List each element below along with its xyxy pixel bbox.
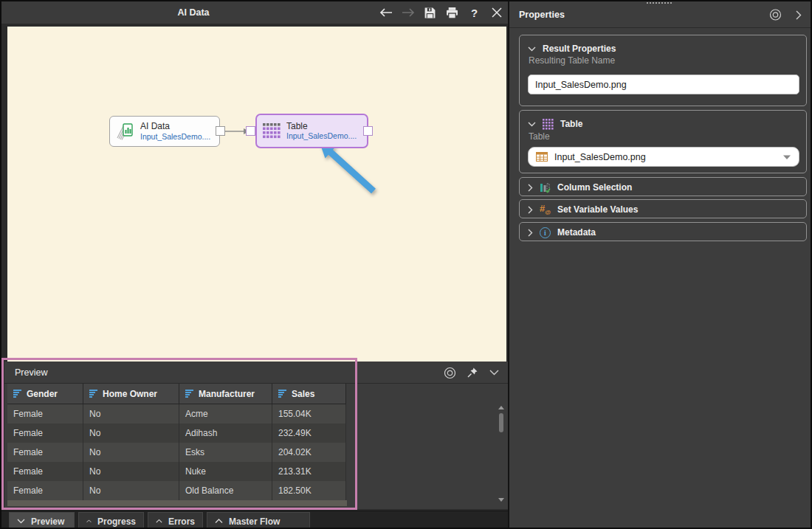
- table-cell[interactable]: No: [83, 404, 179, 423]
- collapse-panel-icon[interactable]: [488, 367, 500, 379]
- ai-data-node-icon: [116, 122, 135, 141]
- help-icon[interactable]: ?: [467, 6, 481, 20]
- section-title: Set Variable Values: [557, 204, 638, 215]
- tab-label: Preview: [31, 516, 64, 527]
- preview-vertical-scrollbar[interactable]: [498, 404, 505, 502]
- dropdown-caret-icon: [782, 154, 791, 160]
- table-cell[interactable]: Female: [7, 462, 83, 481]
- chevron-up-icon: [156, 519, 162, 524]
- tab-errors[interactable]: Errors: [148, 512, 203, 529]
- table-cell[interactable]: Female: [7, 404, 83, 423]
- watch-icon[interactable]: [444, 367, 456, 379]
- properties-title: Properties: [519, 1, 565, 28]
- partial-row: [7, 500, 347, 506]
- table-cell[interactable]: Female: [7, 481, 83, 500]
- section-column-selection[interactable]: Column Selection: [519, 177, 807, 196]
- table-cell[interactable]: 182.50K: [272, 481, 346, 500]
- table-cell[interactable]: Acme: [179, 404, 272, 423]
- node-title: Table: [286, 122, 357, 132]
- table-cell[interactable]: Adihash: [179, 423, 272, 443]
- pin-icon[interactable]: [466, 367, 478, 379]
- section-set-variable-values[interactable]: #@ Set Variable Values: [519, 199, 807, 218]
- chevron-down-icon: [528, 122, 536, 127]
- table-cell[interactable]: No: [83, 481, 179, 500]
- collapse-panel-icon[interactable]: [792, 9, 805, 21]
- chevron-up-icon: [86, 519, 92, 524]
- back-icon[interactable]: [379, 6, 393, 20]
- tab-label: Master Flow: [229, 516, 280, 527]
- table-cell[interactable]: No: [83, 443, 179, 462]
- tab-preview[interactable]: Preview: [9, 512, 75, 529]
- preview-panel-title: Preview: [15, 362, 47, 384]
- input-port[interactable]: [246, 126, 255, 136]
- column-header-label: Home Owner: [103, 389, 157, 399]
- resulting-table-name-input[interactable]: [528, 75, 799, 94]
- titlebar-actions: ?: [379, 1, 503, 24]
- flow-canvas[interactable]: [7, 27, 506, 362]
- node-ai-data[interactable]: AI Data Input_SalesDemo....: [109, 116, 220, 147]
- column-type-icon: [185, 390, 194, 398]
- save-icon[interactable]: [423, 6, 437, 20]
- table-cell[interactable]: Nuke: [179, 462, 272, 481]
- dialog-title: AI Data: [1, 1, 385, 24]
- table-cell[interactable]: Old Balance: [179, 481, 272, 500]
- node-title: AI Data: [140, 122, 210, 132]
- preview-header: Preview: [4, 362, 508, 384]
- chevron-right-icon: [528, 229, 533, 237]
- tab-progress[interactable]: Progress: [78, 512, 144, 529]
- section-table: Table Table Input_SalesDemo.png: [519, 110, 807, 173]
- column-header-label: Manufacturer: [199, 389, 255, 399]
- section-title: Table: [560, 119, 582, 129]
- tab-master-flow[interactable]: Master Flow: [207, 512, 310, 529]
- node-subtitle: Input_SalesDemo....: [140, 132, 210, 141]
- chevron-down-icon: [528, 46, 536, 52]
- table-cell[interactable]: Female: [7, 443, 83, 462]
- section-result-properties: Result Properties Resulting Table Name: [519, 35, 807, 106]
- output-port[interactable]: [216, 126, 225, 136]
- section-header-table[interactable]: Table: [520, 114, 806, 134]
- info-icon: i: [540, 227, 551, 238]
- flow-editor-pane: AI Data ?: [1, 1, 508, 528]
- table-cell[interactable]: Female: [7, 423, 83, 443]
- table-grid-icon: [543, 119, 554, 130]
- table-cell[interactable]: 213.31K: [272, 462, 346, 481]
- variable-hash-icon: #@: [540, 204, 551, 215]
- table-cell[interactable]: No: [83, 462, 179, 481]
- dialog-titlebar: AI Data ?: [1, 1, 508, 24]
- node-table[interactable]: Table Input_SalesDemo....: [255, 114, 368, 148]
- column-selection-icon: [540, 182, 551, 193]
- close-icon[interactable]: [489, 6, 503, 20]
- column-header-home-owner[interactable]: Home Owner: [83, 384, 179, 404]
- output-port[interactable]: [363, 126, 373, 136]
- scroll-thumb[interactable]: [499, 413, 503, 432]
- column-header-sales[interactable]: Sales: [272, 384, 346, 404]
- node-subtitle: Input_SalesDemo....: [286, 131, 357, 140]
- table-select-dropdown[interactable]: Input_SalesDemo.png: [528, 147, 799, 167]
- app-window: AI Data ?: [0, 0, 812, 529]
- column-header-manufacturer[interactable]: Manufacturer: [179, 384, 272, 404]
- field-label: Table: [529, 131, 550, 142]
- preview-panel: Preview Gender: [4, 362, 508, 509]
- table-node-icon: [263, 123, 281, 139]
- column-header-gender[interactable]: Gender: [7, 384, 83, 404]
- print-icon[interactable]: [445, 6, 459, 20]
- table-cell[interactable]: 204.02K: [272, 443, 346, 462]
- column-header-label: Sales: [292, 389, 314, 399]
- column-type-icon: [13, 390, 22, 398]
- tab-label: Progress: [97, 516, 136, 527]
- column-header-label: Gender: [27, 389, 58, 399]
- table-cell[interactable]: 155.04K: [272, 404, 346, 423]
- section-metadata[interactable]: i Metadata: [519, 222, 807, 241]
- table-cell[interactable]: No: [83, 423, 179, 443]
- watch-icon[interactable]: [769, 9, 782, 21]
- table-file-icon: [536, 152, 548, 162]
- chevron-up-icon: [215, 519, 223, 524]
- dropdown-value: Input_SalesDemo.png: [554, 152, 776, 162]
- chevron-right-icon: [528, 184, 533, 192]
- table-cell[interactable]: Esks: [179, 443, 272, 462]
- table-cell[interactable]: 232.49K: [272, 423, 346, 443]
- scroll-up-arrow[interactable]: [498, 406, 504, 409]
- forward-icon[interactable]: [401, 6, 415, 20]
- scroll-down-arrow[interactable]: [498, 498, 504, 502]
- chevron-down-icon: [17, 519, 25, 524]
